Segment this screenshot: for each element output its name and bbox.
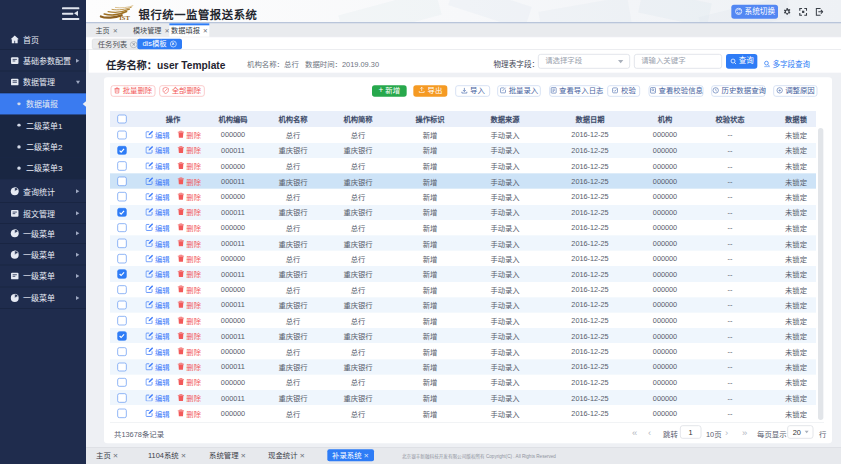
- svg-text:IST: IST: [119, 14, 130, 20]
